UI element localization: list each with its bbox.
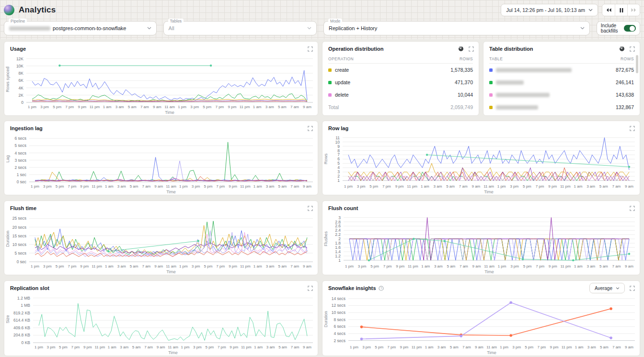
svg-text:9 am: 9 am bbox=[625, 345, 633, 349]
svg-text:2.8: 2.8 bbox=[335, 220, 341, 224]
svg-text:204.8 KB: 204.8 KB bbox=[13, 333, 30, 337]
expand-icon bbox=[308, 126, 313, 131]
expand-button[interactable] bbox=[308, 206, 313, 211]
svg-text:1 am: 1 am bbox=[253, 184, 262, 189]
date-range-picker[interactable]: Jul 14, 12:26 pm - Jul 16, 10:13 am bbox=[501, 4, 598, 16]
svg-text:11 pm: 11 pm bbox=[94, 345, 105, 349]
panel-replication-slot: Replication slot 0 KB204.8 KB409.6 KB614… bbox=[4, 280, 318, 356]
svg-text:15 secs: 15 secs bbox=[12, 234, 26, 238]
svg-text:Size: Size bbox=[5, 315, 10, 324]
svg-text:614.4 KB: 614.4 KB bbox=[13, 318, 30, 323]
pipeline-select[interactable]: Pipeline postgres-common-to-snowflake bbox=[4, 21, 157, 35]
svg-text:7 pm: 7 pm bbox=[387, 345, 396, 349]
expand-button[interactable] bbox=[308, 126, 313, 131]
svg-text:2: 2 bbox=[338, 236, 341, 241]
series-swatch bbox=[328, 81, 332, 84]
series-swatch bbox=[328, 68, 332, 72]
svg-text:5 pm: 5 pm bbox=[59, 345, 68, 349]
tables-select[interactable]: Tables All bbox=[163, 21, 317, 35]
svg-text:1 pm: 1 pm bbox=[500, 345, 508, 349]
svg-text:6: 6 bbox=[337, 156, 340, 161]
expand-button[interactable] bbox=[630, 206, 635, 211]
include-backfills-toggle[interactable] bbox=[624, 25, 636, 32]
pause-button[interactable] bbox=[615, 4, 627, 16]
svg-text:11 pm: 11 pm bbox=[562, 345, 572, 349]
expand-button[interactable] bbox=[308, 286, 313, 291]
aggregation-select[interactable]: Average bbox=[589, 283, 625, 293]
expand-button[interactable] bbox=[630, 46, 635, 52]
svg-text:11 am: 11 am bbox=[486, 345, 497, 349]
svg-text:4K: 4K bbox=[19, 86, 24, 90]
panel-flush-time: Flush time 0 sec5 secs10 secs15 secs20 s… bbox=[4, 201, 318, 275]
expand-icon bbox=[469, 46, 474, 52]
svg-text:3 pm: 3 pm bbox=[358, 264, 367, 268]
chevron-down-icon bbox=[147, 27, 151, 30]
table-row: 143,638 bbox=[489, 89, 634, 101]
redacted-text bbox=[9, 26, 50, 31]
svg-text:11 am: 11 am bbox=[166, 184, 176, 189]
svg-text:1 am: 1 am bbox=[254, 345, 263, 349]
svg-text:9 pm: 9 pm bbox=[228, 105, 237, 109]
svg-text:9 pm: 9 pm bbox=[80, 264, 89, 268]
svg-text:1 pm: 1 pm bbox=[31, 264, 39, 268]
forward-button[interactable] bbox=[627, 4, 640, 16]
help-icon[interactable]: ? bbox=[379, 286, 384, 291]
rewind-button[interactable] bbox=[602, 4, 615, 16]
svg-text:Duration: Duration bbox=[5, 231, 10, 247]
svg-text:1 am: 1 am bbox=[253, 105, 262, 109]
svg-text:3: 3 bbox=[337, 169, 340, 174]
ingestion_lag-chart: 0 sec1 sec2 secs3 secs4 secs5 secs6 secs… bbox=[4, 133, 318, 195]
snowflake-insights-chart-area: 2 secs4 secs6 secs8 secs10 secs12 secs14… bbox=[322, 292, 640, 356]
aggregation-value: Average bbox=[595, 286, 612, 291]
series-swatch bbox=[489, 81, 493, 84]
svg-text:11 pm: 11 pm bbox=[408, 264, 418, 268]
svg-text:0 sec: 0 sec bbox=[17, 179, 27, 184]
svg-text:3 pm: 3 pm bbox=[43, 184, 52, 189]
pie-view-button[interactable] bbox=[458, 46, 464, 52]
expand-icon bbox=[630, 286, 635, 291]
svg-text:5 am: 5 am bbox=[446, 184, 455, 189]
svg-text:9 am: 9 am bbox=[153, 105, 161, 109]
svg-text:1 am: 1 am bbox=[421, 184, 429, 189]
redacted-table-name bbox=[496, 68, 572, 72]
svg-text:20 secs: 20 secs bbox=[12, 225, 26, 230]
svg-text:10 secs: 10 secs bbox=[12, 242, 26, 247]
svg-text:1 am: 1 am bbox=[574, 264, 583, 268]
svg-text:9 pm: 9 pm bbox=[395, 184, 404, 189]
svg-text:7 am: 7 am bbox=[142, 184, 150, 189]
svg-text:11 pm: 11 pm bbox=[412, 345, 422, 349]
mode-select[interactable]: Mode Replication + History bbox=[323, 21, 590, 35]
expand-button[interactable] bbox=[308, 46, 313, 52]
rewind-icon bbox=[606, 8, 611, 12]
usage-title: Usage bbox=[10, 46, 26, 52]
svg-text:4 secs: 4 secs bbox=[334, 331, 345, 336]
pie-chart-icon bbox=[458, 46, 464, 52]
svg-text:7 am: 7 am bbox=[612, 184, 621, 189]
svg-text:3 pm: 3 pm bbox=[362, 345, 371, 349]
svg-text:9 pm: 9 pm bbox=[548, 184, 557, 189]
pie-view-button[interactable] bbox=[619, 46, 625, 52]
expand-icon bbox=[630, 126, 635, 131]
svg-text:3 pm: 3 pm bbox=[510, 184, 518, 189]
svg-text:1.6: 1.6 bbox=[335, 245, 341, 250]
svg-text:1 am: 1 am bbox=[575, 345, 584, 349]
column-header: TABLE bbox=[489, 56, 503, 61]
expand-button[interactable] bbox=[630, 126, 635, 131]
svg-text:9 pm: 9 pm bbox=[78, 105, 86, 109]
svg-text:1 pm: 1 pm bbox=[345, 264, 354, 268]
svg-text:2 secs: 2 secs bbox=[14, 165, 26, 170]
expand-button[interactable] bbox=[630, 286, 635, 291]
expand-icon bbox=[630, 46, 635, 52]
svg-text:9 am: 9 am bbox=[154, 184, 163, 189]
replication-slot-chart-area: 0 KB204.8 KB409.6 KB614.4 KB819.2 KB1 MB… bbox=[4, 292, 318, 356]
svg-text:3 am: 3 am bbox=[587, 345, 596, 349]
scrollbar[interactable] bbox=[636, 55, 638, 73]
svg-text:5 pm: 5 pm bbox=[203, 105, 211, 109]
svg-text:12 secs: 12 secs bbox=[332, 303, 345, 308]
svg-text:7 am: 7 am bbox=[290, 264, 299, 268]
panel-snowflake-insights: Snowflake insights ? Average 2 secs4 sec… bbox=[322, 280, 640, 356]
expand-button[interactable] bbox=[469, 46, 474, 52]
row-lag-title: Row lag bbox=[328, 125, 348, 131]
svg-text:1 pm: 1 pm bbox=[344, 184, 353, 189]
svg-text:7 am: 7 am bbox=[459, 184, 468, 189]
